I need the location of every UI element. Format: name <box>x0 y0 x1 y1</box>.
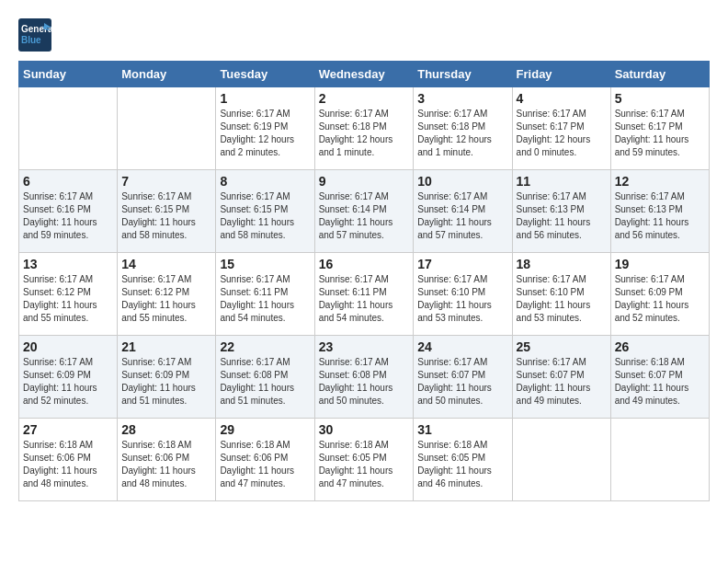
day-info: Sunrise: 6:17 AMSunset: 6:13 PMDaylight:… <box>615 190 705 242</box>
calendar-week-row: 20Sunrise: 6:17 AMSunset: 6:09 PMDayligh… <box>19 336 710 419</box>
day-info: Sunrise: 6:18 AMSunset: 6:05 PMDaylight:… <box>319 439 410 490</box>
day-number: 16 <box>319 257 410 271</box>
day-number: 5 <box>615 91 705 106</box>
calendar-table: SundayMondayTuesdayWednesdayThursdayFrid… <box>18 61 710 501</box>
day-number: 2 <box>319 91 410 106</box>
day-info: Sunrise: 6:17 AMSunset: 6:09 PMDaylight:… <box>121 356 211 408</box>
calendar-cell: 30Sunrise: 6:18 AMSunset: 6:05 PMDayligh… <box>314 419 414 501</box>
day-number: 11 <box>517 174 607 189</box>
day-info: Sunrise: 6:17 AMSunset: 6:14 PMDaylight:… <box>319 190 410 242</box>
day-info: Sunrise: 6:17 AMSunset: 6:09 PMDaylight:… <box>615 273 705 325</box>
day-number: 4 <box>517 91 607 106</box>
day-info: Sunrise: 6:17 AMSunset: 6:12 PMDaylight:… <box>23 273 113 325</box>
day-number: 10 <box>417 174 507 189</box>
calendar-cell: 8Sunrise: 6:17 AMSunset: 6:15 PMDaylight… <box>216 170 314 253</box>
calendar-cell: 22Sunrise: 6:17 AMSunset: 6:08 PMDayligh… <box>216 336 314 419</box>
day-info: Sunrise: 6:17 AMSunset: 6:15 PMDaylight:… <box>121 190 211 242</box>
day-info: Sunrise: 6:17 AMSunset: 6:11 PMDaylight:… <box>220 273 310 325</box>
day-info: Sunrise: 6:18 AMSunset: 6:06 PMDaylight:… <box>23 439 113 490</box>
day-info: Sunrise: 6:17 AMSunset: 6:07 PMDaylight:… <box>417 356 507 408</box>
calendar-week-row: 13Sunrise: 6:17 AMSunset: 6:12 PMDayligh… <box>19 253 710 336</box>
day-number: 7 <box>121 174 211 189</box>
calendar-cell <box>610 419 709 501</box>
calendar-cell: 6Sunrise: 6:17 AMSunset: 6:16 PMDaylight… <box>19 170 118 253</box>
calendar-cell: 7Sunrise: 6:17 AMSunset: 6:15 PMDaylight… <box>118 170 216 253</box>
calendar-cell: 5Sunrise: 6:17 AMSunset: 6:17 PMDaylight… <box>610 87 709 170</box>
day-of-week-header: Tuesday <box>216 62 314 87</box>
day-info: Sunrise: 6:17 AMSunset: 6:10 PMDaylight:… <box>417 273 507 325</box>
day-number: 25 <box>517 339 607 354</box>
calendar-cell: 28Sunrise: 6:18 AMSunset: 6:06 PMDayligh… <box>118 419 216 501</box>
day-info: Sunrise: 6:17 AMSunset: 6:10 PMDaylight:… <box>517 273 607 325</box>
calendar-week-row: 27Sunrise: 6:18 AMSunset: 6:06 PMDayligh… <box>19 419 710 501</box>
calendar-cell: 15Sunrise: 6:17 AMSunset: 6:11 PMDayligh… <box>216 253 314 336</box>
calendar-cell: 4Sunrise: 6:17 AMSunset: 6:17 PMDaylight… <box>512 87 610 170</box>
day-info: Sunrise: 6:18 AMSunset: 6:06 PMDaylight:… <box>220 439 310 490</box>
calendar-cell: 20Sunrise: 6:17 AMSunset: 6:09 PMDayligh… <box>19 336 118 419</box>
calendar-cell: 19Sunrise: 6:17 AMSunset: 6:09 PMDayligh… <box>610 253 709 336</box>
day-of-week-header: Wednesday <box>314 62 414 87</box>
day-number: 17 <box>417 257 507 271</box>
logo: General Blue <box>18 18 51 52</box>
day-number: 29 <box>220 422 310 437</box>
day-of-week-header: Friday <box>512 62 610 87</box>
day-number: 28 <box>121 422 211 437</box>
calendar-cell: 16Sunrise: 6:17 AMSunset: 6:11 PMDayligh… <box>314 253 414 336</box>
calendar-cell: 21Sunrise: 6:17 AMSunset: 6:09 PMDayligh… <box>118 336 216 419</box>
day-of-week-header: Sunday <box>19 62 118 87</box>
day-of-week-header: Monday <box>118 62 216 87</box>
day-number: 13 <box>23 257 113 271</box>
calendar-cell: 10Sunrise: 6:17 AMSunset: 6:14 PMDayligh… <box>414 170 512 253</box>
day-info: Sunrise: 6:17 AMSunset: 6:13 PMDaylight:… <box>517 190 607 242</box>
calendar-cell: 13Sunrise: 6:17 AMSunset: 6:12 PMDayligh… <box>19 253 118 336</box>
calendar-cell: 3Sunrise: 6:17 AMSunset: 6:18 PMDaylight… <box>414 87 512 170</box>
day-number: 3 <box>417 91 507 106</box>
day-info: Sunrise: 6:18 AMSunset: 6:05 PMDaylight:… <box>417 439 507 490</box>
calendar-cell: 2Sunrise: 6:17 AMSunset: 6:18 PMDaylight… <box>314 87 414 170</box>
day-of-week-header: Saturday <box>610 62 709 87</box>
day-number: 20 <box>23 339 113 354</box>
calendar-week-row: 6Sunrise: 6:17 AMSunset: 6:16 PMDaylight… <box>19 170 710 253</box>
calendar-cell: 9Sunrise: 6:17 AMSunset: 6:14 PMDaylight… <box>314 170 414 253</box>
calendar-week-row: 1Sunrise: 6:17 AMSunset: 6:19 PMDaylight… <box>19 87 710 170</box>
day-number: 21 <box>121 339 211 354</box>
day-info: Sunrise: 6:17 AMSunset: 6:17 PMDaylight:… <box>615 108 705 159</box>
day-of-week-header: Thursday <box>414 62 512 87</box>
calendar-cell: 31Sunrise: 6:18 AMSunset: 6:05 PMDayligh… <box>414 419 512 501</box>
day-info: Sunrise: 6:17 AMSunset: 6:18 PMDaylight:… <box>417 108 507 159</box>
day-info: Sunrise: 6:18 AMSunset: 6:07 PMDaylight:… <box>615 356 705 408</box>
logo-icon: General Blue <box>18 18 51 52</box>
calendar-cell: 12Sunrise: 6:17 AMSunset: 6:13 PMDayligh… <box>610 170 709 253</box>
day-info: Sunrise: 6:17 AMSunset: 6:15 PMDaylight:… <box>220 190 310 242</box>
day-number: 14 <box>121 257 211 271</box>
calendar-cell: 17Sunrise: 6:17 AMSunset: 6:10 PMDayligh… <box>414 253 512 336</box>
calendar-cell: 29Sunrise: 6:18 AMSunset: 6:06 PMDayligh… <box>216 419 314 501</box>
day-number: 24 <box>417 339 507 354</box>
day-number: 8 <box>220 174 310 189</box>
day-number: 26 <box>615 339 705 354</box>
day-info: Sunrise: 6:17 AMSunset: 6:11 PMDaylight:… <box>319 273 410 325</box>
calendar-header-row: SundayMondayTuesdayWednesdayThursdayFrid… <box>19 62 710 87</box>
day-info: Sunrise: 6:17 AMSunset: 6:08 PMDaylight:… <box>220 356 310 408</box>
svg-text:Blue: Blue <box>21 35 41 45</box>
day-info: Sunrise: 6:17 AMSunset: 6:08 PMDaylight:… <box>319 356 410 408</box>
day-info: Sunrise: 6:17 AMSunset: 6:17 PMDaylight:… <box>517 108 607 159</box>
calendar-cell <box>512 419 610 501</box>
calendar-cell: 27Sunrise: 6:18 AMSunset: 6:06 PMDayligh… <box>19 419 118 501</box>
day-number: 31 <box>417 422 507 437</box>
day-info: Sunrise: 6:17 AMSunset: 6:18 PMDaylight:… <box>319 108 410 159</box>
day-number: 19 <box>615 257 705 271</box>
day-info: Sunrise: 6:17 AMSunset: 6:09 PMDaylight:… <box>23 356 113 408</box>
day-number: 30 <box>319 422 410 437</box>
day-info: Sunrise: 6:17 AMSunset: 6:16 PMDaylight:… <box>23 190 113 242</box>
calendar-cell: 1Sunrise: 6:17 AMSunset: 6:19 PMDaylight… <box>216 87 314 170</box>
calendar-cell: 25Sunrise: 6:17 AMSunset: 6:07 PMDayligh… <box>512 336 610 419</box>
day-number: 15 <box>220 257 310 271</box>
day-number: 27 <box>23 422 113 437</box>
day-number: 23 <box>319 339 410 354</box>
day-number: 1 <box>220 91 310 106</box>
day-info: Sunrise: 6:18 AMSunset: 6:06 PMDaylight:… <box>121 439 211 490</box>
calendar-cell: 24Sunrise: 6:17 AMSunset: 6:07 PMDayligh… <box>414 336 512 419</box>
day-info: Sunrise: 6:17 AMSunset: 6:07 PMDaylight:… <box>517 356 607 408</box>
day-info: Sunrise: 6:17 AMSunset: 6:19 PMDaylight:… <box>220 108 310 159</box>
